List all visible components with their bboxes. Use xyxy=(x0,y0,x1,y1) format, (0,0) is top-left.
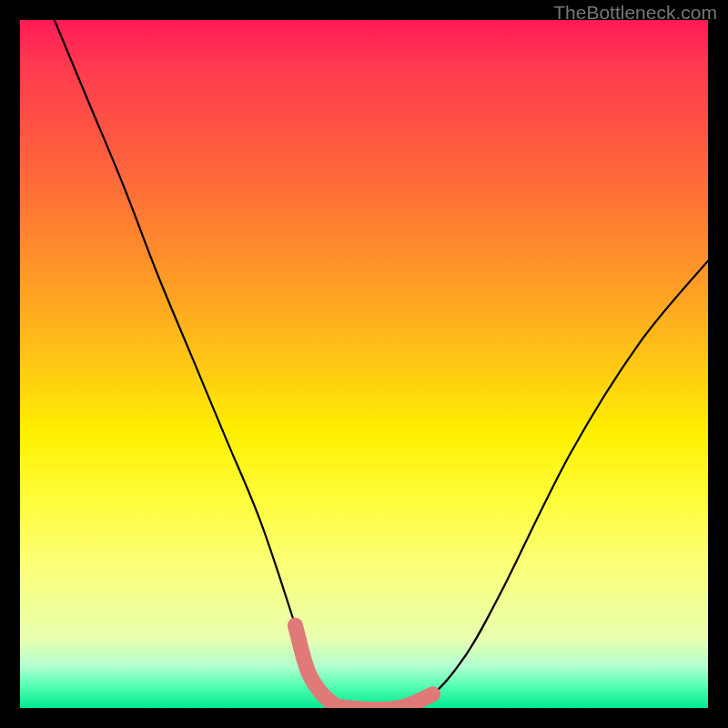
trough-highlight xyxy=(295,625,432,708)
chart-svg xyxy=(20,20,708,708)
bottleneck-curve xyxy=(55,20,708,708)
plot-area xyxy=(20,20,708,708)
watermark-text: TheBottleneck.com xyxy=(553,2,717,24)
chart-frame: TheBottleneck.com xyxy=(0,0,728,728)
